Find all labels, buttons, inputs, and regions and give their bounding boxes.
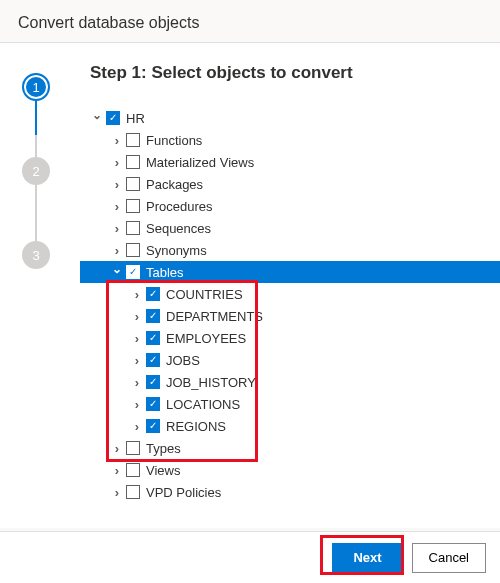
tree-label: Sequences [146,221,211,236]
tree-leaf[interactable]: REGIONS [80,415,500,437]
tree-label: Procedures [146,199,212,214]
dialog-title: Convert database objects [18,14,199,31]
checkbox[interactable] [126,463,140,477]
checkbox[interactable] [106,111,120,125]
next-button[interactable]: Next [332,543,404,573]
tree-label: Types [146,441,181,456]
checkbox[interactable] [146,287,160,301]
step-content: Step 1: Select objects to convert HR Fun… [70,43,500,528]
tree-leaf[interactable]: JOBS [80,349,500,371]
chevron-right-icon[interactable] [130,309,144,323]
chevron-down-icon[interactable] [90,111,104,125]
object-tree[interactable]: HR FunctionsMaterialized ViewsPackagesPr… [80,107,500,503]
checkbox[interactable] [126,243,140,257]
chevron-right-icon[interactable] [110,221,124,235]
step-connector [35,101,37,135]
tree-leaf[interactable]: DEPARTMENTS [80,305,500,327]
checkbox[interactable] [146,419,160,433]
checkbox[interactable] [146,397,160,411]
tree-node[interactable]: Materialized Views [80,151,500,173]
tree-label: VPD Policies [146,485,221,500]
tree-node[interactable]: Functions [80,129,500,151]
chevron-right-icon[interactable] [110,177,124,191]
step-connector [35,185,37,241]
tree-label: Functions [146,133,202,148]
checkbox[interactable] [126,265,140,279]
tree-label: LOCATIONS [166,397,240,412]
checkbox[interactable] [126,221,140,235]
tree-label: JOBS [166,353,200,368]
tree-node[interactable]: Sequences [80,217,500,239]
step-1-indicator: 1 [22,73,50,101]
chevron-right-icon[interactable] [110,155,124,169]
tree-label: COUNTRIES [166,287,243,302]
main-area: 1 2 3 Step 1: Select objects to convert … [0,43,500,528]
tree-node[interactable]: VPD Policies [80,481,500,503]
tree-leaf[interactable]: JOB_HISTORY [80,371,500,393]
dialog-header: Convert database objects [0,0,500,43]
tree-label: JOB_HISTORY [166,375,256,390]
checkbox[interactable] [126,155,140,169]
checkbox[interactable] [126,485,140,499]
checkbox[interactable] [146,375,160,389]
chevron-down-icon[interactable] [110,265,124,279]
tree-node[interactable]: Packages [80,173,500,195]
checkbox[interactable] [126,441,140,455]
tree-node[interactable]: Views [80,459,500,481]
tree-node[interactable]: Procedures [80,195,500,217]
chevron-right-icon[interactable] [130,353,144,367]
tree-leaf[interactable]: COUNTRIES [80,283,500,305]
tree-label: Synonyms [146,243,207,258]
tree-node[interactable]: Synonyms [80,239,500,261]
chevron-right-icon[interactable] [130,287,144,301]
tree-label: DEPARTMENTS [166,309,263,324]
tree-label: HR [126,111,145,126]
tree-label: REGIONS [166,419,226,434]
checkbox[interactable] [146,331,160,345]
tree-node[interactable]: Types [80,437,500,459]
checkbox[interactable] [126,133,140,147]
tree-leaf[interactable]: LOCATIONS [80,393,500,415]
wizard-stepper: 1 2 3 [0,43,70,528]
tree-leaf[interactable]: EMPLOYEES [80,327,500,349]
checkbox[interactable] [146,309,160,323]
chevron-right-icon[interactable] [110,441,124,455]
tree-label: Tables [146,265,184,280]
chevron-right-icon[interactable] [130,419,144,433]
chevron-right-icon[interactable] [130,375,144,389]
tree-label: Materialized Views [146,155,254,170]
step-2-indicator: 2 [22,157,50,185]
step-connector [35,135,37,157]
chevron-right-icon[interactable] [110,243,124,257]
tree-label: Views [146,463,180,478]
chevron-right-icon[interactable] [110,485,124,499]
tree-label: EMPLOYEES [166,331,246,346]
chevron-right-icon[interactable] [110,133,124,147]
tree-node-tables[interactable]: Tables [80,261,500,283]
chevron-right-icon[interactable] [110,199,124,213]
chevron-right-icon[interactable] [130,397,144,411]
checkbox[interactable] [126,199,140,213]
chevron-right-icon[interactable] [110,463,124,477]
cancel-button[interactable]: Cancel [412,543,486,573]
tree-root-hr[interactable]: HR [80,107,500,129]
dialog-footer: Next Cancel [0,531,500,583]
chevron-right-icon[interactable] [130,331,144,345]
tree-label: Packages [146,177,203,192]
checkbox[interactable] [126,177,140,191]
step-3-indicator: 3 [22,241,50,269]
step-title: Step 1: Select objects to convert [80,63,500,83]
checkbox[interactable] [146,353,160,367]
